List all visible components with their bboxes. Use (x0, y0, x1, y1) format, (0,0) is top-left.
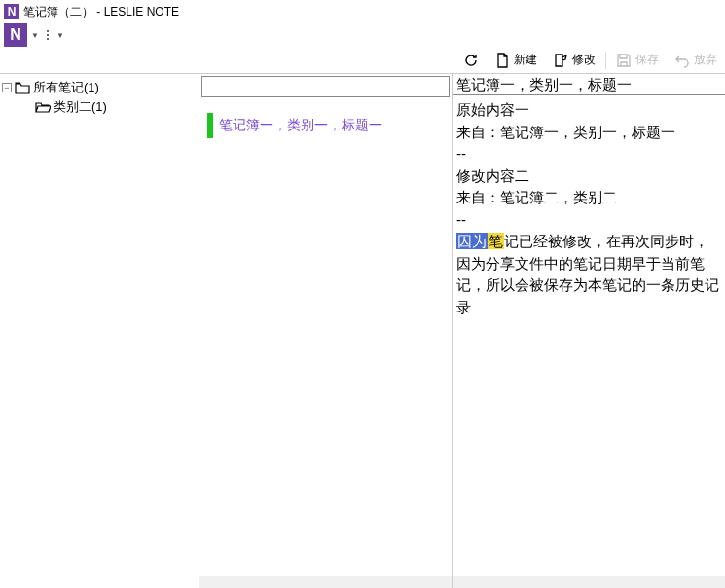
more-dropdown[interactable]: ▼ (56, 31, 64, 40)
separator (605, 52, 606, 69)
more-menu[interactable] (43, 30, 53, 40)
content-paragraph: 因为笔记已经被修改，在再次同步时，因为分享文件中的笔记日期早于当前笔记，所以会被… (456, 231, 721, 318)
folder-open-icon (35, 100, 51, 114)
title-bar: N 笔记簿（二） - LESLIE NOTE (0, 0, 725, 23)
save-label: 保存 (635, 52, 659, 68)
app-logo[interactable]: N (4, 23, 27, 47)
status-indicator (207, 113, 213, 138)
scrollbar[interactable] (453, 576, 709, 588)
folder-icon (15, 81, 30, 94)
note-item-title: 笔记簿一，类别一，标题一 (219, 117, 382, 134)
content-title: 笔记簿一，类别一，标题一 (453, 74, 725, 95)
refresh-icon (463, 53, 479, 68)
new-button[interactable]: 新建 (489, 50, 543, 70)
discard-label: 放弃 (694, 52, 717, 68)
content-line: 原始内容一 (456, 99, 721, 122)
menu-bar: N ▼ ▼ (0, 23, 725, 47)
highlight-selection: 因为 (456, 233, 488, 249)
tree-child-label: 类别二(1) (54, 98, 107, 116)
content-body[interactable]: 原始内容一 来自：笔记簿一，类别一，标题一 -- 修改内容二 来自：笔记簿二，类… (453, 95, 725, 588)
chevron-down-icon: ▼ (31, 31, 39, 40)
content-line: 来自：笔记簿一，类别一，标题一 (456, 122, 721, 144)
new-file-icon (494, 53, 510, 68)
note-list-item[interactable]: 笔记簿一，类别一，标题一 (207, 113, 444, 138)
save-icon (616, 53, 632, 68)
edit-button[interactable]: 修改 (547, 50, 601, 70)
content-line: 来自：笔记簿二，类别二 (456, 187, 721, 209)
new-label: 新建 (514, 52, 537, 68)
app-icon: N (4, 4, 19, 19)
tree-root-label: 所有笔记(1) (33, 79, 99, 96)
refresh-button[interactable] (457, 51, 485, 70)
tree-panel: − 所有笔记(1) 类别二(1) (0, 74, 199, 588)
tree-root-row[interactable]: − 所有笔记(1) (2, 78, 197, 97)
highlight-cursor: 笔 (488, 233, 504, 249)
window-title: 笔记簿（二） - LESLIE NOTE (23, 4, 179, 20)
note-list: 笔记簿一，类别一，标题一 (199, 99, 452, 588)
content-divider: -- (456, 143, 721, 165)
search-input[interactable] (201, 76, 450, 97)
content-line: 修改内容二 (456, 165, 721, 188)
content-panel: 笔记簿一，类别一，标题一 原始内容一 来自：笔记簿一，类别一，标题一 -- 修改… (453, 74, 725, 588)
save-button[interactable]: 保存 (610, 50, 665, 70)
scrollbar[interactable] (199, 576, 436, 588)
toolbar: 新建 修改 保存 放弃 (0, 47, 725, 74)
edit-icon (553, 53, 568, 68)
content-divider: -- (456, 209, 721, 232)
edit-label: 修改 (572, 52, 596, 68)
menu-dropdown[interactable]: ▼ (31, 31, 39, 40)
main-area: − 所有笔记(1) 类别二(1) 笔记簿一，类别一，标题一 笔记簿一，类别一，标 (0, 74, 725, 588)
tree-child-row[interactable]: 类别二(1) (2, 97, 197, 117)
tree-collapse-icon[interactable]: − (2, 83, 12, 92)
discard-button[interactable]: 放弃 (669, 50, 723, 70)
chevron-down-icon: ▼ (56, 31, 64, 40)
undo-icon (674, 53, 690, 68)
note-list-panel: 笔记簿一，类别一，标题一 (199, 74, 453, 588)
